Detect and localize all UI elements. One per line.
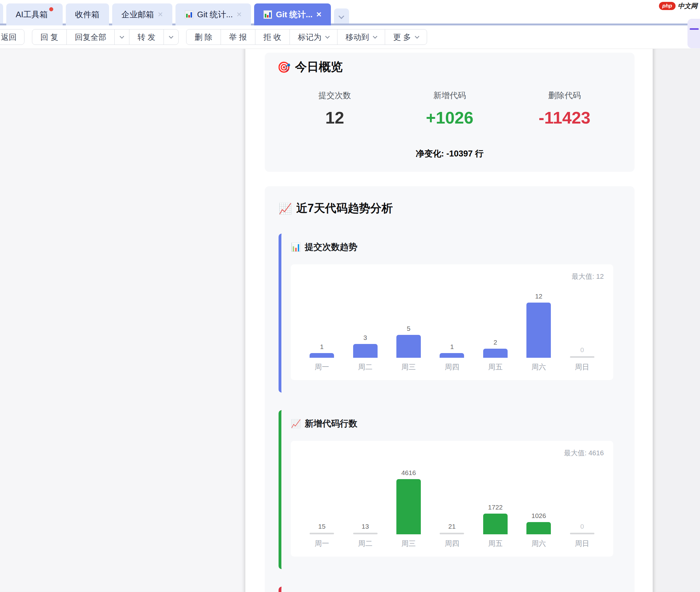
tab-label: Git 统计... xyxy=(197,9,233,20)
toolbar-button-label: 转 发 xyxy=(138,32,155,42)
chart-column: 1026 xyxy=(517,459,560,534)
bar-day-label: 周四 xyxy=(430,539,474,548)
bar-day-label: 周六 xyxy=(517,539,560,548)
stat-value: -11423 xyxy=(507,108,622,127)
bar-value-label: 21 xyxy=(448,523,455,530)
added-lines-block: 📈 新增代码行数 最大值: 4616 1513461621172210260 周… xyxy=(279,410,624,569)
tab-label: 收件箱 xyxy=(75,9,100,20)
tab-label: AI工具箱 xyxy=(16,9,48,20)
chart-max-label: 最大值: 4616 xyxy=(300,448,604,459)
tab-label: Git 统计... xyxy=(276,9,312,20)
close-icon[interactable]: × xyxy=(316,10,321,19)
stat-label: 删除代码 xyxy=(507,90,622,101)
chevron-down-icon xyxy=(120,34,124,38)
toolbar-button[interactable]: 回复全部 xyxy=(66,30,114,45)
bar-day-label: 周日 xyxy=(560,539,604,548)
deleted-lines-block: 📉 删除代码行数 xyxy=(279,587,624,592)
toolbar-button[interactable]: 更 多 xyxy=(385,30,427,45)
bar-day-label: 周三 xyxy=(387,362,430,372)
toolbar-button[interactable]: 举 报 xyxy=(221,30,255,45)
bar xyxy=(570,533,594,534)
chart-column: 21 xyxy=(430,459,474,534)
chart-up-emoji-icon: 📈 xyxy=(279,203,292,214)
bar-day-label: 周四 xyxy=(430,362,474,372)
chevron-down-icon xyxy=(415,34,419,38)
close-icon[interactable]: × xyxy=(236,10,241,19)
bar-day-label: 周五 xyxy=(474,539,517,548)
stat-label: 提交次数 xyxy=(277,90,392,101)
overview-title: 🎯 今日概览 xyxy=(277,59,622,75)
toolbar-button[interactable]: 拒 收 xyxy=(255,30,289,45)
toolbar-button[interactable]: 转 发 xyxy=(129,30,164,45)
toolbar-button-label: 举 报 xyxy=(229,32,247,42)
bar-day-label: 周六 xyxy=(517,362,560,372)
minus-icon xyxy=(690,28,699,30)
target-emoji-icon: 🎯 xyxy=(277,62,290,72)
partial-tab[interactable] xyxy=(0,3,3,26)
trend-analysis-card: 📈 近7天代码趋势分析 📊 提交次数趋势 最大值: 12 13512120 周一… xyxy=(265,186,635,592)
chevron-down-icon xyxy=(169,34,173,38)
mail-list-pane xyxy=(0,49,245,592)
mail-reading-pane: 🎯 今日概览 提交次数 12 新增代码 +1026 删除代码 -11423 净变… xyxy=(245,49,653,592)
tab-git-stats[interactable]: Git 统计... × xyxy=(175,3,251,26)
tab-inbox[interactable]: 收件箱 xyxy=(66,3,109,26)
php-badge: php xyxy=(659,2,676,10)
close-icon[interactable]: × xyxy=(158,10,163,19)
bar-day-label: 周一 xyxy=(300,539,343,548)
bar-value-label: 12 xyxy=(535,293,542,300)
toolbar-dropdown-toggle[interactable] xyxy=(164,30,178,45)
toolbar-button[interactable]: 删 除 xyxy=(186,30,221,45)
chevron-down-icon xyxy=(339,13,344,19)
bar xyxy=(570,356,594,358)
toolbar-button[interactable]: 回 复 xyxy=(32,30,66,45)
added-lines-title: 📈 新增代码行数 xyxy=(291,418,613,430)
bar-value-label: 0 xyxy=(580,523,584,530)
chart-column: 1722 xyxy=(474,459,517,534)
bar-day-label: 周二 xyxy=(343,362,387,372)
bar xyxy=(483,513,507,534)
bar-day-label: 周三 xyxy=(387,539,430,548)
bar xyxy=(440,353,464,358)
bar-value-label: 0 xyxy=(580,346,584,354)
chart-column: 3 xyxy=(343,283,387,358)
bar-value-label: 13 xyxy=(362,523,369,530)
trend-title-text: 近7天代码趋势分析 xyxy=(296,201,393,216)
chart-column: 2 xyxy=(474,283,517,358)
bar-value-label: 1 xyxy=(320,343,324,351)
tab-overflow-button[interactable] xyxy=(334,8,349,26)
chart-up-emoji-icon: 📈 xyxy=(291,420,301,428)
bar xyxy=(483,349,507,358)
tab-git-stats-active[interactable]: Git 统计... × xyxy=(254,3,331,26)
toolbar-dropdown-toggle[interactable] xyxy=(114,30,129,45)
net-change-text: 净变化: -10397 行 xyxy=(277,148,622,159)
bar-chart-favicon xyxy=(185,10,193,19)
commit-trend-chart: 最大值: 12 13512120 周一周二周三周四周五周六周日 xyxy=(291,264,613,380)
mail-toolbar: 返回 回 复回复全部转 发 删 除举 报拒 收标记为移动到更 多 xyxy=(0,26,700,49)
stat-deleted-lines: 删除代码 -11423 xyxy=(507,90,622,127)
bar xyxy=(310,533,334,534)
toolbar-button[interactable]: 移动到 xyxy=(337,30,385,45)
bar-day-label: 周二 xyxy=(343,539,387,548)
back-button[interactable]: 返回 xyxy=(0,29,24,45)
stat-value: +1026 xyxy=(392,108,507,127)
toolbar-group-reply: 回 复回复全部转 发 xyxy=(32,29,178,45)
tab-enterprise-mail[interactable]: 企业邮箱 × xyxy=(112,3,172,26)
commit-trend-title: 📊 提交次数趋势 xyxy=(291,241,613,253)
right-background-pane xyxy=(653,49,700,592)
toolbar-button-label: 回复全部 xyxy=(75,32,106,42)
toolbar-button[interactable]: 标记为 xyxy=(289,30,337,45)
tab-ai-toolbox[interactable]: AI工具箱 xyxy=(6,3,63,26)
chart-x-axis: 周一周二周三周四周五周六周日 xyxy=(300,362,604,372)
chart-column: 1 xyxy=(300,283,343,358)
bar-value-label: 1 xyxy=(450,343,454,351)
overview-stats-row: 提交次数 12 新增代码 +1026 删除代码 -11423 xyxy=(277,90,622,127)
commit-trend-block: 📊 提交次数趋势 最大值: 12 13512120 周一周二周三周四周五周六周日 xyxy=(279,234,624,393)
toolbar-button-label: 标记为 xyxy=(298,32,321,42)
toolbar-group-manage: 删 除举 报拒 收标记为移动到更 多 xyxy=(186,29,427,45)
bar xyxy=(526,522,551,534)
bar-day-label: 周一 xyxy=(300,362,343,372)
chart-max-label: 最大值: 12 xyxy=(300,272,604,283)
php-cn-logo: php 中文网 xyxy=(659,2,698,10)
chart-column: 15 xyxy=(300,459,343,534)
floating-widget[interactable] xyxy=(688,19,700,48)
